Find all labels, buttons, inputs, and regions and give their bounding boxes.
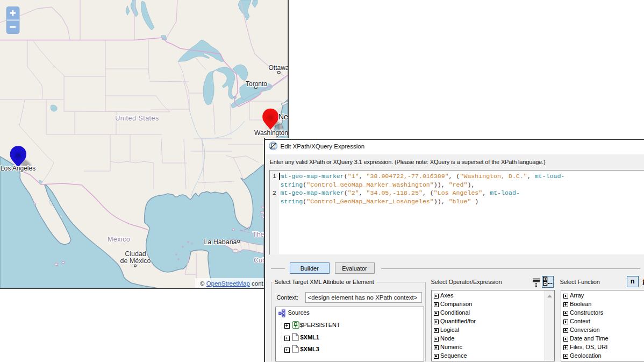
svg-text:Ciudad: Ciudad	[125, 250, 146, 258]
svg-text:New: New	[278, 112, 289, 121]
svg-text:Toronto: Toronto	[246, 80, 267, 88]
svg-text:The: The	[253, 231, 264, 238]
svg-text:México: México	[108, 236, 130, 243]
svg-text:© OpenStreetMap cont: © OpenStreetMap cont	[200, 280, 264, 287]
svg-text:United States: United States	[115, 115, 159, 122]
svg-text:de México: de México	[120, 257, 151, 265]
svg-text:Washington: Washington	[254, 129, 288, 137]
svg-text:La Habana: La Habana	[204, 238, 237, 246]
svg-text:Los Angeles: Los Angeles	[1, 165, 35, 172]
svg-text:Ottawa: Ottawa	[268, 64, 289, 72]
